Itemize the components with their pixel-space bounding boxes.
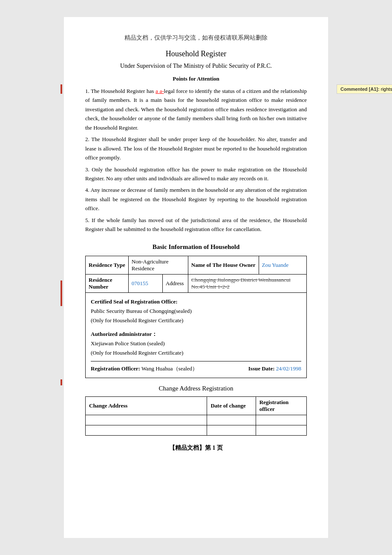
certified-seal-line2: (Only for Household Register Certificate…	[91, 316, 301, 325]
red-mark-2	[61, 280, 62, 306]
issue-date-label: Issue Date:	[248, 365, 275, 372]
document-title: Household Register	[85, 49, 307, 58]
chinese-header: 精品文档，仅供学习与交流，如有侵权请联系网站删除	[85, 34, 307, 42]
footer: 【精品文档】第 1 页	[85, 444, 307, 452]
document-subtitle: Under Supervision of The Ministry of Pub…	[85, 63, 307, 69]
info-block: Certified Seal of Registration Office: P…	[85, 293, 307, 379]
residence-number-label: ResidenceNumber	[86, 274, 129, 292]
basic-info-heading: Basic Information of Household	[85, 243, 307, 251]
col3-header: Registration officer	[256, 397, 306, 415]
red-mark-3	[61, 379, 62, 385]
issue-date-value: 24/02/1998	[276, 365, 301, 372]
points-heading: Points for Attention	[85, 75, 307, 82]
document: Commented [A1]: rights 精品文档，仅供学习与交流，如有侵权…	[64, 17, 328, 538]
paragraph-2: 2. The Household Register shall be under…	[85, 135, 307, 162]
authorized-line1: Xiejiawan Police Station (sealed)	[91, 339, 301, 348]
registration-officer-row: Registration Officer: Wang Huahua（sealed…	[91, 361, 301, 373]
certified-seal-line1: Public Security Bureau of Chongqing(seal…	[91, 306, 301, 316]
basic-info-table: Residence Type Non-Agriculture Residence…	[85, 256, 307, 293]
page-wrapper: Commented [A1]: rights 精品文档，仅供学习与交流，如有侵权…	[0, 0, 392, 555]
authorized-line2: (Only for Household Register Certificate…	[91, 348, 301, 358]
underline-text: a a-	[156, 88, 164, 94]
certified-seal-label: Certified Seal of Registration Office:	[91, 297, 301, 306]
col1-header: Change Address	[86, 397, 207, 415]
comment-text: rights	[381, 87, 392, 92]
change-table-row-1	[86, 415, 307, 425]
paragraph-5: 5. If the whole family has moved out of …	[85, 216, 307, 234]
residence-number-value: 070155	[128, 274, 162, 292]
paragraph-3: 3. Only the household registration offic…	[85, 165, 307, 183]
table-row-1: Residence Type Non-Agriculture Residence…	[86, 256, 307, 274]
house-owner-label: Name of The House Owner	[188, 256, 259, 274]
reg-officer-info: Registration Officer: Wang Huahua（sealed…	[91, 364, 198, 373]
change-table-header: Change Address Date of change Registrati…	[86, 397, 307, 415]
residence-type-value: Non-Agriculture Residence	[128, 256, 188, 274]
red-mark-1	[61, 84, 62, 94]
address-label: Address	[162, 274, 188, 292]
change-address-table: Change Address Date of change Registrati…	[85, 396, 307, 436]
residence-type-label: Residence Type	[86, 256, 129, 274]
change-table-row-2	[86, 425, 307, 436]
reg-officer-value: Wang Huahua（sealed）	[141, 365, 198, 372]
address-value: Chongqing Jiulongpo District Wenhuasancu…	[188, 274, 306, 292]
comment-box: Commented [A1]: rights	[337, 84, 392, 94]
paragraph-4: 4. Any increase or decrease of family me…	[85, 185, 307, 213]
comment-label: Commented [A1]:	[340, 87, 380, 92]
issue-date-info: Issue Date: 24/02/1998	[248, 364, 301, 373]
authorized-label: Authorized administrator：	[91, 330, 301, 339]
paragraph-1: 1. The Household Register has a a-legal …	[85, 87, 307, 132]
change-address-title: Change Address Registration	[85, 385, 307, 392]
house-owner-link[interactable]: Zou Yuande	[262, 262, 289, 268]
reg-officer-label: Registration Officer:	[91, 365, 140, 372]
house-owner-value: Zou Yuande	[259, 256, 306, 274]
col2-header: Date of change	[207, 397, 256, 415]
table-row-2: ResidenceNumber 070155 Address Chongqing…	[86, 274, 307, 292]
footer-text: 【精品文档】第 1 页	[169, 445, 223, 451]
